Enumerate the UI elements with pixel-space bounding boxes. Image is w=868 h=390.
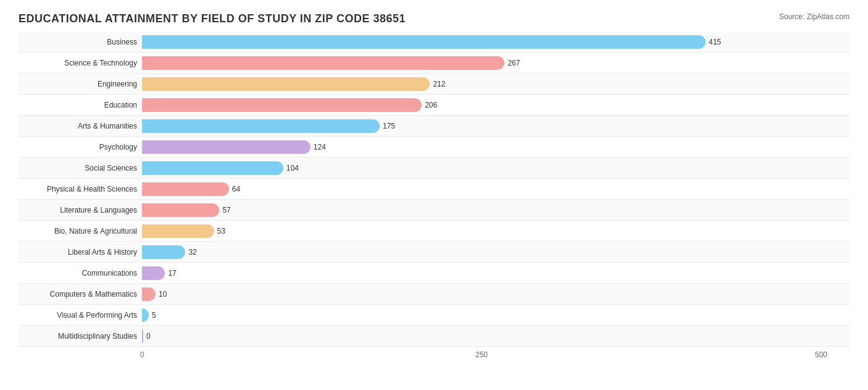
bar-label: Science & Technology bbox=[19, 59, 142, 67]
bar-value: 206 bbox=[425, 101, 437, 109]
bar-row: Communications17 bbox=[19, 263, 849, 284]
bar-label: Communications bbox=[19, 269, 142, 278]
bar-track: 212 bbox=[142, 77, 849, 91]
bar-row: Liberal Arts & History32 bbox=[19, 242, 849, 263]
x-axis-tick: 250 bbox=[475, 350, 488, 359]
bar-fill: 57 bbox=[142, 203, 219, 217]
bar-fill: 104 bbox=[142, 161, 283, 175]
bar-track: 267 bbox=[142, 56, 849, 70]
bar-track: 5 bbox=[142, 308, 849, 322]
bar-fill: 175 bbox=[142, 119, 380, 133]
bar-label: Engineering bbox=[19, 80, 142, 88]
bar-fill: 0 bbox=[142, 329, 143, 343]
bar-fill: 32 bbox=[142, 245, 185, 259]
bar-track: 175 bbox=[142, 119, 849, 133]
bar-label: Literature & Languages bbox=[19, 206, 142, 214]
bar-label: Education bbox=[19, 101, 142, 109]
bar-track: 17 bbox=[142, 266, 849, 280]
bar-row: Multidisciplinary Studies0 bbox=[19, 326, 849, 347]
bar-value: 0 bbox=[146, 332, 151, 341]
bar-track: 104 bbox=[142, 161, 849, 175]
bar-fill: 206 bbox=[142, 98, 422, 112]
chart-container: EDUCATIONAL ATTAINMENT BY FIELD OF STUDY… bbox=[0, 0, 868, 390]
bar-row: Education206 bbox=[19, 95, 849, 116]
bar-value: 5 bbox=[152, 311, 156, 320]
bar-value: 10 bbox=[159, 290, 167, 299]
bar-track: 53 bbox=[142, 224, 849, 238]
bar-value: 64 bbox=[232, 185, 240, 193]
bar-label: Computers & Mathematics bbox=[19, 290, 142, 299]
bar-value: 175 bbox=[383, 122, 395, 130]
bar-label: Visual & Performing Arts bbox=[19, 311, 142, 320]
bar-row: Physical & Health Sciences64 bbox=[19, 179, 849, 200]
bar-track: 57 bbox=[142, 203, 849, 217]
bar-value: 32 bbox=[188, 248, 196, 256]
chart-area: Business415Science & Technology267Engine… bbox=[19, 32, 849, 347]
bar-label: Psychology bbox=[19, 143, 142, 151]
bar-value: 104 bbox=[286, 164, 299, 172]
bar-track: 64 bbox=[142, 182, 849, 196]
bar-fill: 53 bbox=[142, 224, 214, 238]
bar-label: Multidisciplinary Studies bbox=[19, 332, 142, 341]
bar-track: 124 bbox=[142, 140, 849, 154]
bar-label: Social Sciences bbox=[19, 164, 142, 172]
chart-title: EDUCATIONAL ATTAINMENT BY FIELD OF STUDY… bbox=[19, 12, 849, 25]
source-text: Source: ZipAtlas.com bbox=[779, 12, 849, 21]
bar-value: 415 bbox=[709, 38, 721, 46]
bar-fill: 10 bbox=[142, 287, 156, 301]
bar-fill: 212 bbox=[142, 77, 430, 91]
bar-fill: 267 bbox=[142, 56, 504, 70]
bar-row: Bio, Nature & Agricultural53 bbox=[19, 221, 849, 242]
bar-value: 17 bbox=[168, 269, 176, 278]
bar-row: Business415 bbox=[19, 32, 849, 53]
bar-label: Physical & Health Sciences bbox=[19, 185, 142, 193]
bar-fill: 64 bbox=[142, 182, 229, 196]
bar-row: Arts & Humanities175 bbox=[19, 116, 849, 137]
bar-track: 0 bbox=[142, 329, 849, 343]
bar-fill: 5 bbox=[142, 308, 149, 322]
x-axis-tick: 0 bbox=[140, 350, 144, 359]
bar-row: Computers & Mathematics10 bbox=[19, 284, 849, 305]
bar-fill: 17 bbox=[142, 266, 165, 280]
bar-track: 10 bbox=[142, 287, 849, 301]
bar-track: 32 bbox=[142, 245, 849, 259]
bar-track: 415 bbox=[142, 35, 849, 49]
bar-row: Science & Technology267 bbox=[19, 53, 849, 74]
bar-label: Arts & Humanities bbox=[19, 122, 142, 130]
bar-track: 206 bbox=[142, 98, 849, 112]
bar-label: Liberal Arts & History bbox=[19, 248, 142, 256]
bar-value: 124 bbox=[314, 143, 326, 151]
bar-row: Literature & Languages57 bbox=[19, 200, 849, 221]
bar-value: 212 bbox=[433, 80, 445, 88]
bar-fill: 415 bbox=[142, 35, 706, 49]
bar-row: Psychology124 bbox=[19, 137, 849, 158]
x-axis-tick: 500 bbox=[815, 350, 827, 359]
bar-row: Engineering212 bbox=[19, 74, 849, 95]
bar-value: 53 bbox=[217, 227, 225, 235]
bar-value: 267 bbox=[507, 59, 520, 67]
bar-value: 57 bbox=[222, 206, 230, 214]
bar-row: Social Sciences104 bbox=[19, 158, 849, 179]
bar-row: Visual & Performing Arts5 bbox=[19, 305, 849, 326]
bar-fill: 124 bbox=[142, 140, 311, 154]
bar-label: Bio, Nature & Agricultural bbox=[19, 227, 142, 235]
bar-label: Business bbox=[19, 38, 142, 46]
